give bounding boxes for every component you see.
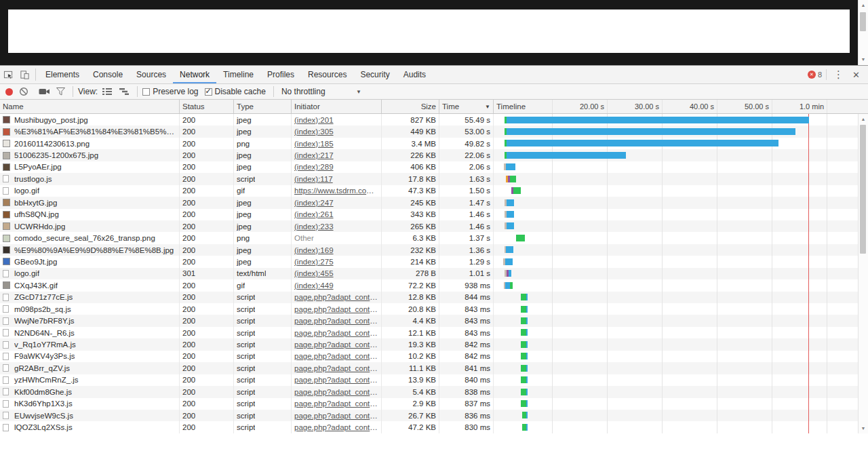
initiator-link[interactable]: (index):455 <box>294 269 334 277</box>
inspect-element-button[interactable] <box>0 66 16 83</box>
use-large-rows-button[interactable] <box>102 87 113 96</box>
network-request-row[interactable]: v_Rq1oY7RmA.js200scriptpage.php?adapt_co… <box>0 338 868 350</box>
network-request-row[interactable]: WwjNe7bRF8Y.js200scriptpage.php?adapt_co… <box>0 315 868 326</box>
network-request-row[interactable]: ZGcD71z77cE.js200scriptpage.php?adapt_co… <box>0 292 868 303</box>
toggle-device-toolbar-button[interactable] <box>16 66 33 83</box>
waterfall-bar[interactable] <box>511 187 521 194</box>
initiator-link[interactable]: (index):261 <box>294 210 334 218</box>
scroll-down-icon[interactable]: ▼ <box>859 425 868 432</box>
waterfall-bar[interactable] <box>505 117 809 123</box>
network-request-row[interactable]: m098ps2b_sq.js200scriptpage.php?adapt_co… <box>0 303 868 315</box>
initiator-link[interactable]: (index):169 <box>294 246 334 254</box>
initiator-link[interactable]: (index):449 <box>294 281 334 290</box>
tab-console[interactable]: Console <box>86 66 130 83</box>
devtools-menu-button[interactable]: ⋮ <box>831 69 846 81</box>
network-request-row[interactable]: L5PyoAEr.jpg200jpeg(index):289406 KB2.06… <box>0 161 868 173</box>
initiator-link[interactable]: (index):275 <box>294 258 334 266</box>
throttling-dropdown[interactable]: No throttling ▼ <box>279 85 364 98</box>
tab-sources[interactable]: Sources <box>130 66 173 83</box>
initiator-link[interactable]: (index):233 <box>294 222 334 231</box>
waterfall-bar[interactable] <box>505 211 514 218</box>
waterfall-bar[interactable] <box>516 235 525 241</box>
waterfall-bar[interactable] <box>505 222 514 229</box>
network-request-row[interactable]: trustlogo.js200script(index):11717.8 KB1… <box>0 173 868 184</box>
waterfall-bar[interactable] <box>521 389 528 395</box>
waterfall-bar[interactable] <box>505 270 511 277</box>
scroll-up-icon[interactable]: ▲ <box>859 116 868 123</box>
page-scrollbar[interactable]: ▲ ▼ <box>858 0 868 65</box>
initiator-link[interactable]: page.php?adapt_container_wi... <box>294 412 378 420</box>
network-request-row[interactable]: %E9%80%9A%E9%9D%88%E7%8E%8B.jpg200jpeg(i… <box>0 244 868 256</box>
tab-profiles[interactable]: Profiles <box>260 66 301 83</box>
column-header-timeline[interactable]: Timeline 20.00 s30.00 s40.00 s50.00 s1.0… <box>494 100 868 113</box>
waterfall-bar[interactable] <box>503 258 513 265</box>
filter-button[interactable] <box>56 87 65 96</box>
network-request-row[interactable]: GBeo9Jt.jpg200jpeg(index):275214 KB1.29 … <box>0 256 868 267</box>
initiator-link[interactable]: page.php?adapt_container_wi... <box>294 329 378 337</box>
waterfall-bar[interactable] <box>505 128 795 135</box>
clear-requests-button[interactable] <box>19 87 28 96</box>
network-request-row[interactable]: CXqJ43K.gif200gif(index):44972.2 KB938 m… <box>0 279 868 291</box>
initiator-link[interactable]: (index):201 <box>294 116 334 124</box>
waterfall-bar[interactable] <box>522 424 528 431</box>
waterfall-bar[interactable] <box>504 163 515 170</box>
initiator-link[interactable]: page.php?adapt_container_wi... <box>294 317 378 325</box>
network-request-row[interactable]: gR2ABrr_qZV.js200scriptpage.php?adapt_co… <box>0 362 868 374</box>
initiator-link[interactable]: (index):217 <box>294 151 334 159</box>
initiator-link[interactable]: page.php?adapt_container_wi... <box>294 364 378 372</box>
network-request-row[interactable]: %E3%81%AF%E3%81%84%E3%81%B5%E3%82%8A.jpg… <box>0 125 868 137</box>
column-header-size[interactable]: Size <box>382 100 439 113</box>
close-devtools-button[interactable]: ✕ <box>850 70 863 80</box>
tab-audits[interactable]: Audits <box>397 66 433 83</box>
show-waterfall-button[interactable] <box>119 87 130 96</box>
initiator-link[interactable]: page.php?adapt_container_wi... <box>294 352 378 360</box>
network-request-row[interactable]: EUwvjseW9cS.js200scriptpage.php?adapt_co… <box>0 410 868 421</box>
network-request-row[interactable]: comodo_secure_seal_76x26_transp.png200pn… <box>0 232 868 243</box>
initiator-link[interactable]: page.php?adapt_container_wi... <box>294 423 378 431</box>
column-header-type[interactable]: Type <box>234 100 292 113</box>
table-scrollbar[interactable]: ▲ ▼ <box>858 114 868 433</box>
network-request-row[interactable]: F9aWKV4y3Ps.js200scriptpage.php?adapt_co… <box>0 351 868 362</box>
error-count-badge[interactable]: ✕ 8 <box>808 71 822 79</box>
waterfall-bar[interactable] <box>505 152 626 159</box>
capture-screenshots-button[interactable] <box>39 87 50 96</box>
column-header-initiator[interactable]: Initiator <box>292 100 382 113</box>
network-request-row[interactable]: 20160114230613.png200png(index):1853.4 M… <box>0 138 868 149</box>
waterfall-bar[interactable] <box>521 306 528 313</box>
initiator-link[interactable]: (index):185 <box>294 140 334 148</box>
waterfall-bar[interactable] <box>521 353 528 359</box>
initiator-link[interactable]: page.php?adapt_container_wi... <box>294 293 378 301</box>
waterfall-bar[interactable] <box>521 341 528 348</box>
initiator-link[interactable]: page.php?adapt_container_wi... <box>294 376 378 384</box>
waterfall-bar[interactable] <box>522 412 528 418</box>
network-request-row[interactable]: lQOZ3Lq2XSs.js200scriptpage.php?adapt_co… <box>0 421 868 433</box>
table-scrollbar-thumb[interactable] <box>860 125 866 254</box>
initiator-link[interactable]: page.php?adapt_container_wi... <box>294 305 378 313</box>
initiator-link[interactable]: (index):117 <box>294 175 333 183</box>
column-header-name[interactable]: Name <box>0 100 180 113</box>
network-request-row[interactable]: yzHWhCmRnZ_.js200scriptpage.php?adapt_co… <box>0 374 868 386</box>
initiator-link[interactable]: (index):247 <box>294 199 334 207</box>
network-request-row[interactable]: bbHxytG.jpg200jpeg(index):247245 KB1.47 … <box>0 197 868 208</box>
waterfall-bar[interactable] <box>505 140 778 147</box>
waterfall-bar[interactable] <box>521 400 528 407</box>
network-request-row[interactable]: ufhS8QN.jpg200jpeg(index):261343 KB1.46 … <box>0 209 868 220</box>
column-header-time[interactable]: Time ▼ <box>439 100 494 113</box>
waterfall-bar[interactable] <box>521 365 528 372</box>
initiator-link[interactable]: page.php?adapt_container_wi... <box>294 340 378 349</box>
record-button[interactable] <box>5 88 13 96</box>
tab-timeline[interactable]: Timeline <box>216 66 260 83</box>
waterfall-bar[interactable] <box>506 176 516 182</box>
network-request-row[interactable]: Mushibugyo_post.jpg200jpeg(index):201827… <box>0 114 868 125</box>
network-request-row[interactable]: N2ND64N-_R6.js200scriptpage.php?adapt_co… <box>0 327 868 338</box>
scroll-up-icon[interactable]: ▲ <box>859 2 868 9</box>
initiator-link[interactable]: (index):305 <box>294 128 334 136</box>
waterfall-bar[interactable] <box>505 199 514 206</box>
initiator-link[interactable]: (index):289 <box>294 163 334 171</box>
tab-network[interactable]: Network <box>173 66 216 83</box>
initiator-link[interactable]: page.php?adapt_container_wi... <box>294 399 378 408</box>
initiator-link[interactable]: https://www.tsdrm.com/imag... <box>294 187 378 195</box>
waterfall-bar[interactable] <box>505 246 513 253</box>
page-scrollbar-thumb[interactable] <box>860 12 866 31</box>
waterfall-bar[interactable] <box>521 317 528 324</box>
